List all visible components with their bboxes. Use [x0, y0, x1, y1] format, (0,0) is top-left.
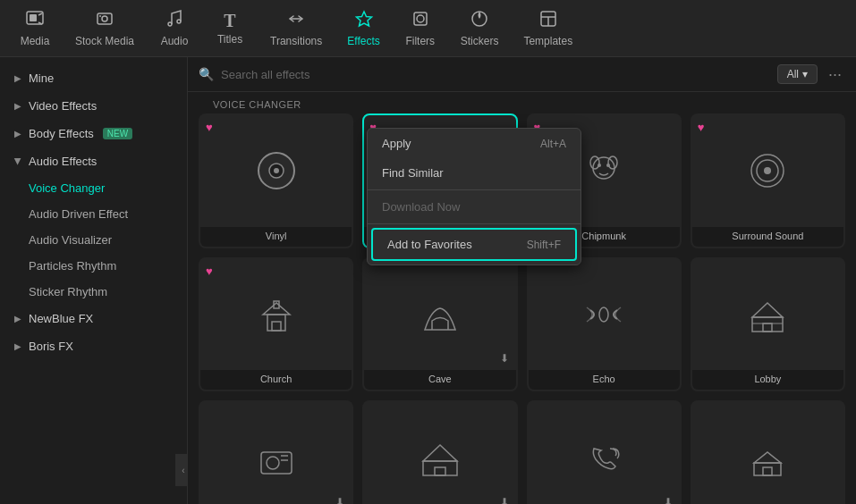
effect-card-small-room[interactable]: Small Room: [691, 400, 845, 504]
sidebar-item-audio-effects[interactable]: ▶ Audio Effects: [0, 147, 187, 175]
svg-point-29: [764, 167, 771, 174]
ctx-favorites-highlight: Add to Favorites Shift+F: [371, 228, 577, 261]
sidebar-item-video-effects[interactable]: ▶ Video Effects: [0, 92, 187, 120]
ctx-find-similar-label: Find Similar: [382, 166, 444, 180]
effect-icon-lobby: [692, 259, 843, 371]
effect-card-vinyl[interactable]: ♥ Vinyl: [199, 113, 353, 248]
sidebar-item-newblue-fx[interactable]: ▶ NewBlue FX: [0, 305, 187, 332]
search-bar: 🔍 All ▾ ···: [188, 57, 856, 92]
sidebar-video-effects-label: Video Effects: [29, 99, 97, 113]
effect-icon-phone: [529, 402, 680, 504]
ctx-divider-2: [368, 223, 581, 224]
download-badge-old-radio: ⬇: [335, 496, 344, 504]
download-badge-cave: ⬇: [500, 352, 509, 365]
ctx-add-favorites[interactable]: Add to Favorites Shift+F: [373, 230, 575, 259]
effect-label-surround-sound: Surround Sound: [692, 227, 843, 247]
nav-audio[interactable]: Audio: [150, 5, 199, 51]
fav-badge-church: ♥: [206, 265, 213, 278]
effect-card-church[interactable]: ♥ Church: [199, 257, 353, 392]
svg-marker-36: [752, 303, 783, 317]
sidebar-body-effects-label: Body Effects: [29, 127, 94, 140]
ctx-find-similar[interactable]: Find Similar: [368, 158, 581, 188]
section-label: VOICE CHANGER: [199, 92, 845, 113]
arrow-icon-boris: ▶: [14, 341, 21, 351]
arrow-icon-newblue: ▶: [14, 314, 21, 323]
svg-rect-43: [423, 461, 457, 475]
effect-card-cave[interactable]: ⬇Cave: [362, 257, 517, 392]
effect-card-lobby[interactable]: Lobby: [691, 257, 845, 392]
sidebar-newblue-label: NewBlue FX: [29, 312, 93, 325]
svg-rect-35: [752, 317, 783, 332]
effect-card-big-room[interactable]: ⬇Big Room: [362, 400, 517, 504]
svg-rect-11: [414, 13, 427, 25]
sidebar: ▶ Mine ▶ Video Effects ▶ Body Effects NE…: [0, 57, 188, 504]
nav-titles-label: Titles: [217, 33, 242, 46]
svg-rect-37: [763, 323, 772, 332]
nav-filters-label: Filters: [405, 35, 435, 47]
nav-stock-media[interactable]: Stock Media: [66, 5, 143, 51]
sidebar-subitem-audio-driven[interactable]: Audio Driven Effect: [0, 201, 187, 227]
sidebar-item-boris-fx[interactable]: ▶ Boris FX: [0, 332, 187, 360]
svg-rect-4: [97, 13, 112, 24]
media-icon: [25, 9, 45, 31]
search-icon: 🔍: [199, 67, 214, 81]
effect-icon-vinyl: [200, 115, 352, 227]
main-area: ▶ Mine ▶ Video Effects ▶ Body Effects NE…: [0, 57, 856, 504]
nav-effects[interactable]: Effects: [338, 5, 388, 51]
nav-stickers[interactable]: Stickers: [452, 5, 508, 51]
svg-rect-33: [272, 322, 281, 331]
svg-point-7: [168, 22, 172, 26]
search-input[interactable]: [221, 68, 770, 81]
arrow-icon-mine: ▶: [14, 73, 21, 83]
sidebar-subitem-particles-rhythm[interactable]: Particles Rhythm: [0, 253, 187, 279]
nav-transitions-label: Transitions: [270, 35, 322, 47]
sidebar-subitem-sticker-rhythm[interactable]: Sticker Rhythm: [0, 279, 187, 305]
nav-filters[interactable]: Filters: [396, 5, 445, 51]
nav-media[interactable]: Media: [11, 5, 59, 51]
context-menu: Apply Alt+A Find Similar Download Now Ad…: [367, 128, 581, 265]
effect-icon-church: [200, 259, 352, 371]
effect-card-surround-sound[interactable]: ♥ Surround Sound: [691, 113, 845, 248]
effect-icon-cave: [364, 259, 515, 371]
effect-card-echo[interactable]: Echo: [527, 257, 682, 392]
effect-icon-big-room: [364, 402, 515, 504]
nav-effects-label: Effects: [347, 35, 379, 47]
effects-icon: [354, 9, 374, 31]
effect-card-phone[interactable]: ⬇Phone: [527, 400, 682, 504]
svg-marker-44: [423, 445, 457, 461]
ctx-apply-label: Apply: [382, 137, 411, 150]
sidebar-subitem-voice-changer[interactable]: Voice Changer: [0, 175, 187, 201]
transitions-icon: [286, 9, 306, 31]
download-badge-big-room: ⬇: [500, 496, 509, 504]
effect-card-old-radio[interactable]: ⬇Old Radio: [199, 400, 353, 504]
svg-marker-10: [356, 12, 371, 26]
sidebar-subitem-audio-visualizer[interactable]: Audio Visualizer: [0, 227, 187, 253]
audio-visualizer-label: Audio Visualizer: [29, 233, 112, 247]
more-button[interactable]: ···: [825, 65, 845, 84]
particles-rhythm-label: Particles Rhythm: [29, 259, 116, 273]
sidebar-item-body-effects[interactable]: ▶ Body Effects NEW: [0, 120, 187, 147]
effect-icon-old-radio: [200, 402, 352, 504]
nav-stock-media-label: Stock Media: [75, 35, 134, 47]
nav-titles[interactable]: T Titles: [206, 8, 254, 49]
chevron-down-icon: ▾: [802, 68, 808, 80]
svg-point-8: [177, 20, 181, 23]
filter-button[interactable]: All ▾: [777, 64, 818, 84]
svg-line-2: [38, 13, 42, 15]
ctx-favorites-shortcut: Shift+F: [527, 239, 561, 251]
content-body: VOICE CHANGER ♥ Vinyl♥ Phonograph♥ Chipm…: [188, 92, 856, 504]
ctx-download-now: Download Now: [368, 192, 581, 222]
arrow-icon-body: ▶: [14, 129, 21, 139]
nav-transitions[interactable]: Transitions: [261, 5, 331, 51]
ctx-favorites-label: Add to Favorites: [387, 238, 472, 251]
sidebar-collapse-button[interactable]: ‹: [175, 454, 188, 486]
sticker-rhythm-label: Sticker Rhythm: [29, 285, 107, 298]
fav-badge-vinyl: ♥: [206, 121, 213, 134]
ctx-apply[interactable]: Apply Alt+A: [368, 129, 581, 158]
arrow-icon-audio: ▶: [13, 158, 23, 165]
audio-icon: [165, 9, 184, 31]
nav-templates[interactable]: Templates: [514, 5, 581, 51]
svg-rect-45: [435, 467, 445, 475]
sidebar-item-mine[interactable]: ▶ Mine: [0, 64, 187, 92]
svg-rect-1: [30, 14, 37, 21]
